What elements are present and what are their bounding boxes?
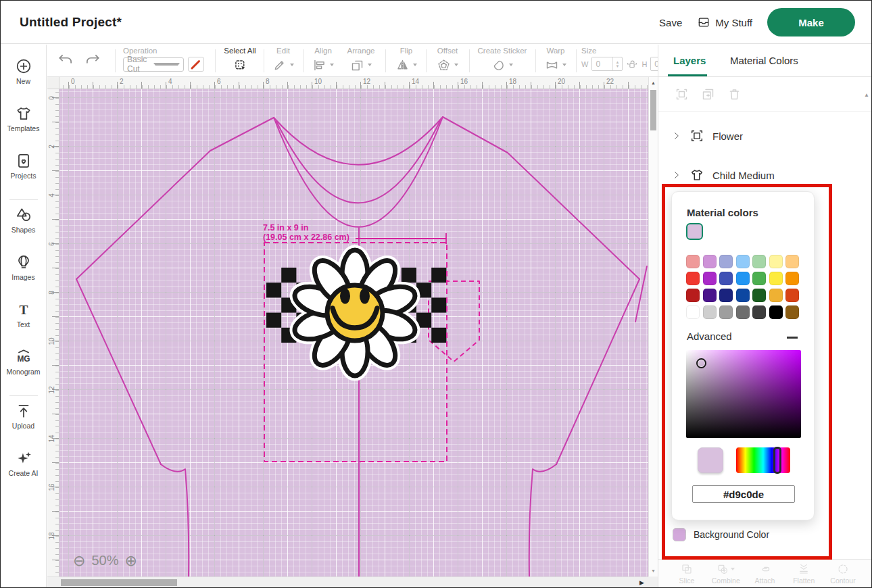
operation-dropdown[interactable]: Basic Cut <box>123 57 184 72</box>
align-icon <box>312 58 326 72</box>
tab-layers[interactable]: Layers <box>673 45 706 77</box>
horizontal-ruler: 0246810121416182022 <box>59 77 648 89</box>
height-label: H <box>641 60 647 68</box>
undo-button[interactable] <box>57 51 76 70</box>
slice-button[interactable]: Slice <box>668 563 706 585</box>
color-swatch[interactable] <box>752 289 766 302</box>
combine-button[interactable]: Combine <box>707 563 745 585</box>
background-color-row[interactable]: Background Color <box>673 528 769 541</box>
duplicate-button[interactable] <box>701 87 715 101</box>
color-swatch[interactable] <box>703 289 717 302</box>
pen-color-chip[interactable] <box>188 57 204 72</box>
width-stepper[interactable]: ▲▼ <box>612 57 621 70</box>
color-swatch[interactable] <box>703 255 717 268</box>
sidebar-item-text[interactable]: TText <box>1 301 46 332</box>
background-color-swatch[interactable] <box>673 528 686 541</box>
collapse-icon[interactable] <box>787 337 798 339</box>
color-swatch[interactable] <box>686 255 700 268</box>
color-swatch[interactable] <box>736 305 750 319</box>
zoom-out-button[interactable]: ⊖ <box>73 554 85 568</box>
layer-row[interactable]: Child Medium <box>658 160 863 191</box>
sidebar-item-shapes[interactable]: Shapes <box>1 206 46 237</box>
canvas-grid[interactable]: 7.5 in x 9 in (19.05 cm x 22.86 cm) ⊖ 50… <box>59 89 648 577</box>
current-color-preview <box>698 447 723 473</box>
my-stuff-button[interactable]: My Stuff <box>697 16 752 29</box>
new-icon <box>15 57 32 75</box>
chevron-down-icon <box>509 64 513 66</box>
sidebar-item-monogram[interactable]: MGMonogram <box>1 348 46 379</box>
sidebar-item-images[interactable]: Images <box>1 253 46 285</box>
color-swatch[interactable] <box>719 305 733 319</box>
color-swatch[interactable] <box>686 305 700 319</box>
horizontal-scroll-thumb[interactable] <box>61 579 177 586</box>
color-swatch[interactable] <box>752 272 766 285</box>
color-swatch[interactable] <box>719 255 733 268</box>
color-swatch[interactable] <box>769 305 783 319</box>
attach-button[interactable]: Attach <box>746 563 784 585</box>
redo-button[interactable] <box>84 51 103 70</box>
width-field[interactable] <box>592 57 612 70</box>
align-button[interactable]: Align <box>307 47 339 73</box>
make-button[interactable]: Make <box>767 8 855 36</box>
chevron-down-icon <box>454 64 458 66</box>
tab-material-colors[interactable]: Material Colors <box>730 45 798 77</box>
hex-color-input[interactable] <box>692 485 795 503</box>
edit-button[interactable]: Edit <box>268 47 299 73</box>
color-swatch[interactable] <box>686 289 700 302</box>
color-swatch[interactable] <box>736 272 750 285</box>
pencil-icon <box>272 58 287 72</box>
color-swatch[interactable] <box>769 255 783 268</box>
color-swatch[interactable] <box>719 272 733 285</box>
color-swatch[interactable] <box>785 272 799 285</box>
color-swatch[interactable] <box>736 255 750 268</box>
sidebar-item-projects[interactable]: Projects <box>1 152 46 183</box>
arrange-button[interactable]: Arrange <box>342 47 380 73</box>
delete-button[interactable] <box>727 87 742 101</box>
selected-material-color[interactable] <box>686 223 703 240</box>
color-swatch[interactable] <box>736 289 750 302</box>
panel-scroll-up-icon[interactable]: ▲ <box>864 92 869 98</box>
hue-slider[interactable] <box>736 447 790 473</box>
flip-button[interactable]: Flip <box>391 47 422 73</box>
save-button[interactable]: Save <box>659 17 682 28</box>
hue-slider-thumb[interactable] <box>773 447 781 474</box>
arrange-icon <box>350 58 364 72</box>
color-swatch[interactable] <box>703 272 717 285</box>
sidebar-item-upload[interactable]: Upload <box>1 402 46 433</box>
color-swatch[interactable] <box>752 305 766 319</box>
contour-button[interactable]: Contour <box>824 563 862 585</box>
color-swatch[interactable] <box>719 289 733 302</box>
warp-button[interactable]: Warp <box>539 47 572 73</box>
chevron-right-icon[interactable] <box>672 170 681 180</box>
sidebar-item-label: Create AI <box>9 469 39 477</box>
lock-icon[interactable] <box>626 58 638 70</box>
zoom-in-button[interactable]: ⊕ <box>124 554 137 568</box>
picker-cursor[interactable] <box>696 358 706 368</box>
scroll-down-icon[interactable]: ▼ <box>649 568 658 573</box>
color-swatch[interactable] <box>686 272 700 285</box>
sidebar-item-templates[interactable]: Templates <box>1 105 46 136</box>
color-swatch[interactable] <box>752 255 766 268</box>
scroll-right-icon[interactable]: ▶ <box>639 579 644 586</box>
color-swatch[interactable] <box>769 272 783 285</box>
select-all-button[interactable]: Select All <box>220 47 260 73</box>
layer-row[interactable]: Flower <box>658 120 863 151</box>
vertical-scroll-thumb[interactable] <box>650 90 656 130</box>
color-swatch[interactable] <box>785 255 799 268</box>
group-button[interactable] <box>675 87 689 101</box>
offset-button[interactable]: Offset <box>430 47 465 73</box>
color-swatch[interactable] <box>785 289 799 302</box>
color-swatch[interactable] <box>785 305 799 319</box>
scroll-up-icon[interactable]: ▲ <box>649 80 658 85</box>
sidebar-item-create-ai[interactable]: Create AI <box>1 449 46 481</box>
color-swatch[interactable] <box>769 289 783 302</box>
sidebar-item-new[interactable]: New <box>1 57 46 89</box>
canvas-horizontal-scrollbar[interactable]: ▶ <box>47 577 648 588</box>
flatten-button[interactable]: Flatten <box>785 563 823 585</box>
ruler-number: 10 <box>48 336 57 347</box>
color-swatch[interactable] <box>703 305 717 319</box>
chevron-right-icon[interactable] <box>672 131 681 141</box>
canvas-vertical-scrollbar[interactable]: ▲ ▼ <box>648 77 658 577</box>
width-input[interactable]: ▲▼ <box>591 57 623 71</box>
create-sticker-button[interactable]: Create Sticker <box>473 47 531 73</box>
